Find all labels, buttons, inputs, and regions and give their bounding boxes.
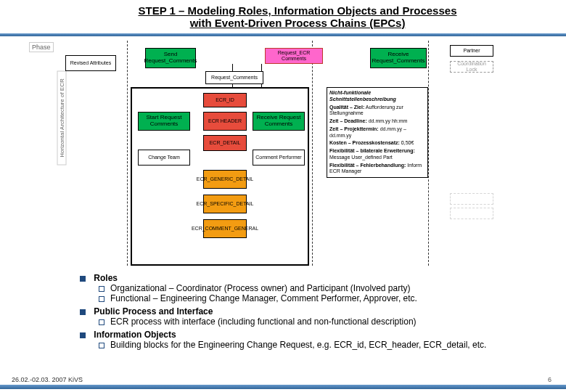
desc-zeit1-val: dd.mm.yy hh:mm [369,118,408,123]
lane-divider [127,41,128,266]
ecr-id-box: ECR_ID [203,93,247,107]
desc-flex1-val: Message User_defined Part [329,155,393,160]
desc-kosten-key: Kosten – Prozesskostensatz: [329,140,400,145]
roles-heading: Roles [94,273,118,283]
lane-divider [312,41,313,266]
center-small-label: Request_Comments [205,71,263,84]
ecr-comment-general-box: ECR_COMMENT_GENERAL [203,219,247,238]
desc-header: Nicht-funktionale Schnittstellenbeschrei… [329,90,425,103]
public-process-heading: Public Process and Interface [94,306,213,317]
ecr-specific-detail-box: ECR_SPECIFIC_DETAIL [203,195,247,213]
request-ecr-box: Request_ECR Comments [265,48,323,64]
receive-request-top-box: Receive Request_Comments [370,48,427,68]
info-objects-heading: Information Objects [94,330,176,340]
roles-item-1: Organizational – Coordinator (Process ow… [110,283,411,293]
revised-attr-box: Revised Attributes [65,55,116,71]
square-bullet-icon [80,276,86,282]
square-outline-icon [99,286,104,292]
vertical-axis-label: Horizontal Architecture of ECR [57,71,67,166]
desc-flex2-key: Flexibilität – Fehlerbehandlung: [329,163,406,168]
title-divider [0,33,566,36]
desc-kosten-val: 0,50€ [401,140,414,145]
footer-date: 26.02.-02.03. 2007 KiVS [12,376,83,383]
square-bullet-icon [80,332,86,338]
info-objects-item-1: Building blocks for the Engineering Chan… [110,340,486,350]
faded-box [450,193,493,205]
desc-flex1-key: Flexibilität – bilaterale Erweiterung: [329,148,415,153]
desc-zeit1-key: Zeit – Deadline: [329,118,367,123]
lane-divider [428,41,429,266]
title-line-2: with Event-Driven Process Chains (EPCs) [58,17,537,29]
roles-item-2: Functional – Engineering Change Manager,… [110,293,417,303]
footer-bar [0,385,566,389]
footer-page: 6 [548,376,551,383]
title-line-1: STEP 1 – Modeling Roles, Information Obj… [58,4,537,17]
partner-box: Partner [450,45,493,57]
bullet-section: Roles Organizational – Coordinator (Proc… [80,273,537,350]
phase-label: Phase [29,42,54,52]
public-process-item-1: ECR process with interface (including fu… [110,317,417,327]
coordination-lock-box: Coordination Lock [450,61,493,73]
slide-title: STEP 1 – Modeling Roles, Information Obj… [0,0,566,32]
epc-diagram: Phase Horizontal Architecture of ECR Rev… [65,41,551,269]
square-outline-icon [99,319,104,325]
square-outline-icon [99,343,104,348]
ecr-generic-detail-box: ECR_GENERIC_DETAIL [203,170,247,189]
nonfunctional-desc-box: Nicht-funktionale Schnittstellenbeschrei… [327,87,428,178]
ecr-detail-box: ECR_DETAIL [203,135,247,151]
desc-zeit2-key: Zeit – Projekttermin: [329,126,379,131]
square-bullet-icon [80,309,86,315]
square-outline-icon [99,296,104,302]
desc-qual-key: Qualität – Ziel: [329,105,364,110]
start-request-box: Start Request Comments [138,112,190,131]
faded-box [450,208,493,219]
change-team-box: Change Team [138,150,190,166]
send-request-box: Send Request_Comments [145,48,196,68]
comment-performer-box: Comment Performer [253,150,305,166]
receive-request-mid-box: Receive Request Comments [253,112,305,131]
ecr-header-box: ECR HEADER [203,112,247,131]
footer: 26.02.-02.03. 2007 KiVS 6 [0,379,566,389]
